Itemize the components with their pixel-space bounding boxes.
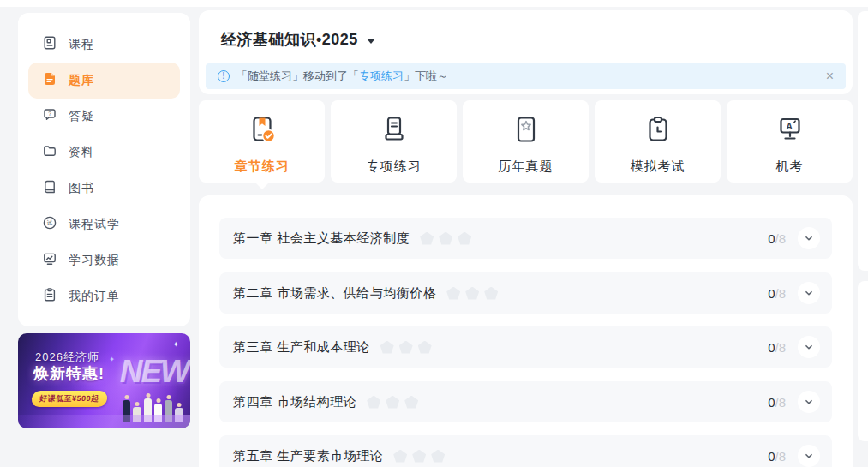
star-icon: [458, 232, 471, 245]
chapter-title: 第五章 生产要素市场理论: [233, 448, 383, 464]
star-icon: [386, 396, 399, 409]
svg-text:试: 试: [47, 219, 53, 225]
star-icon: [431, 450, 445, 463]
sidebar-item-materials[interactable]: 资料: [28, 135, 180, 171]
sparkle-icon: ✦: [172, 340, 179, 349]
tab-mock-exam[interactable]: 模拟考试: [595, 100, 721, 183]
tab-past-exams[interactable]: 历年真题: [463, 100, 589, 183]
orders-clipboard-icon: [42, 287, 57, 306]
promo-new-text: NEW: [120, 354, 189, 390]
notice-text-before: 「随堂练习」移动到了「: [236, 69, 359, 82]
sidebar-item-learning-data[interactable]: 学习数据: [28, 242, 180, 278]
star-icon: [439, 232, 452, 245]
progress-done: 0: [768, 395, 775, 410]
star-icon: [412, 450, 426, 463]
sidebar-item-label: 题库: [69, 73, 94, 88]
star-icon: [380, 341, 394, 354]
chevron-down-icon: [803, 287, 815, 299]
expand-chapter-button[interactable]: [798, 391, 820, 413]
chevron-down-icon: [803, 450, 815, 462]
star-icon: [404, 396, 418, 409]
progress-done: 0: [768, 231, 775, 246]
sidebar-item-label: 图书: [69, 181, 94, 196]
close-icon[interactable]: ×: [826, 69, 834, 83]
chapter-row[interactable]: 第四章 市场结构理论 0/8: [219, 381, 832, 422]
notice-bar: ! 「随堂练习」移动到了「专项练习」下啦～ ×: [206, 63, 846, 89]
sidebar-item-courses[interactable]: 课程: [28, 27, 180, 63]
expand-chapter-button[interactable]: [798, 227, 820, 249]
difficulty-stars: [446, 287, 498, 300]
question-bank-icon: [42, 71, 57, 90]
tab-label: 专项练习: [367, 159, 422, 175]
progress-done: 0: [768, 449, 775, 464]
course-selector[interactable]: 经济基础知识•2025: [221, 29, 375, 50]
difficulty-stars: [393, 450, 445, 463]
notice-text-after: 」下啦～: [404, 69, 448, 82]
chapter-title: 第一章 社会主义基本经济制度: [233, 231, 410, 247]
learning-data-icon: [42, 251, 57, 270]
sidebar-item-label: 资料: [69, 145, 94, 160]
right-edge-panel: [858, 11, 868, 271]
mock-exam-icon: [643, 114, 673, 148]
tab-label: 章节练习: [235, 159, 290, 175]
sidebar: 课程 题库 ? 答疑 资料: [18, 13, 190, 326]
sidebar-item-label: 学习数据: [69, 253, 120, 268]
star-icon: [484, 287, 498, 300]
qa-chat-icon: ?: [42, 107, 57, 126]
progress-total: /8: [775, 231, 786, 246]
chapter-title: 第二章 市场需求、供给与均衡价格: [233, 285, 436, 302]
tab-label: 机考: [776, 159, 804, 175]
progress-done: 0: [768, 286, 775, 301]
page-top-strip: [0, 0, 868, 7]
sidebar-item-course-trial[interactable]: 试 课程试学: [28, 207, 180, 242]
chapter-row[interactable]: 第二章 市场需求、供给与均衡价格 0/8: [219, 272, 832, 314]
sparkle-icon: ✦: [109, 356, 115, 363]
tab-computer-exam[interactable]: A 机考: [727, 100, 853, 183]
info-circle-icon: !: [218, 70, 230, 82]
trial-circle-icon: 试: [42, 215, 57, 234]
promo-people-photo: [123, 398, 183, 422]
progress-total: /8: [775, 286, 786, 301]
special-practice-icon: [379, 114, 410, 148]
progress-total: /8: [775, 449, 786, 464]
svg-text:?: ?: [48, 111, 51, 117]
difficulty-stars: [380, 341, 432, 354]
tab-chapter-practice[interactable]: 章节练习: [199, 100, 325, 183]
right-edge-panel: [858, 281, 868, 441]
expand-chapter-button[interactable]: [798, 445, 820, 467]
promo-price-badge: 好课低至¥500起: [31, 391, 108, 407]
sidebar-item-question-bank[interactable]: 题库: [28, 63, 180, 99]
expand-chapter-button[interactable]: [798, 336, 820, 358]
sidebar-item-label: 课程试学: [69, 217, 120, 232]
course-book-icon: [42, 35, 57, 54]
chapter-title: 第三章 生产和成本理论: [233, 339, 370, 356]
notice-link-special-practice[interactable]: 专项练习: [359, 69, 404, 82]
star-icon: [420, 232, 434, 245]
expand-chapter-button[interactable]: [798, 282, 820, 304]
progress-done: 0: [768, 340, 775, 355]
chapter-row[interactable]: 第三章 生产和成本理论 0/8: [219, 326, 832, 368]
computer-exam-icon: A: [775, 114, 805, 148]
difficulty-stars: [367, 396, 418, 409]
tab-special-practice[interactable]: 专项练习: [331, 100, 457, 183]
sidebar-item-qa[interactable]: ? 答疑: [28, 99, 180, 135]
star-icon: [446, 287, 460, 300]
sidebar-item-books[interactable]: 图书: [28, 171, 180, 207]
promo-banner[interactable]: NEW ✦ ✦ 2026经济师 焕新特惠! 好课低至¥500起: [18, 333, 190, 428]
star-icon: [418, 341, 432, 354]
chapter-row[interactable]: 第一章 社会主义基本经济制度 0/8: [219, 218, 832, 259]
star-icon: [465, 287, 479, 300]
difficulty-stars: [420, 232, 471, 245]
chevron-down-icon: [803, 396, 815, 408]
chapter-row[interactable]: 第五章 生产要素市场理论 0/8: [219, 435, 832, 467]
past-exams-icon: [511, 114, 542, 148]
header-card: 经济基础知识•2025 ! 「随堂练习」移动到了「专项练习」下啦～ ×: [199, 10, 853, 94]
promo-line2: 焕新特惠!: [33, 363, 105, 384]
tab-label: 模拟考试: [631, 159, 685, 175]
sidebar-item-label: 课程: [69, 37, 94, 52]
chevron-down-icon: [803, 232, 815, 244]
star-icon: [399, 341, 413, 354]
page-title: 经济基础知识•2025: [221, 29, 358, 50]
chapter-practice-icon: [247, 114, 278, 148]
sidebar-item-my-orders[interactable]: 我的订单: [28, 278, 180, 314]
